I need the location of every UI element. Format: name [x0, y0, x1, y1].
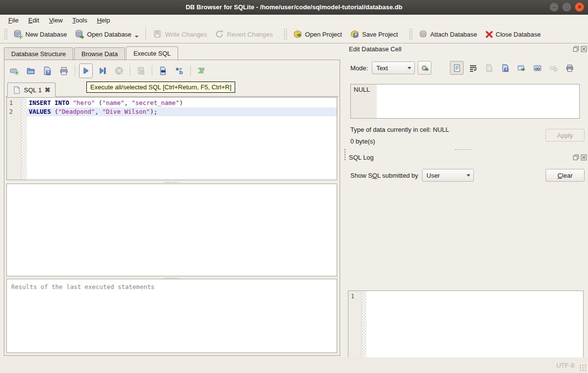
apply-button: Apply	[546, 129, 585, 142]
open-project-label: Open Project	[305, 31, 342, 38]
clear-log-button[interactable]: Clear	[546, 169, 585, 182]
database-attach-icon	[418, 29, 428, 39]
maximize-icon[interactable]: □	[562, 2, 571, 12]
menu-view[interactable]: View	[44, 16, 67, 25]
edit-cell-dock: Edit Database Cell Mode:	[347, 43, 588, 150]
toolbar-drag-handle[interactable]	[409, 28, 412, 40]
find-icon	[158, 66, 168, 76]
resize-grip-icon[interactable]	[579, 364, 586, 371]
line-number-gutter: 12	[7, 98, 21, 180]
menu-edit[interactable]: Edit	[24, 16, 43, 25]
format-sql-button[interactable]	[195, 63, 208, 78]
save-project-button[interactable]: Save Project	[346, 27, 402, 41]
apply-auto-button[interactable]	[418, 61, 431, 75]
print-cell-button[interactable]	[563, 61, 576, 75]
replace-button[interactable]: a b	[173, 63, 186, 78]
tab-database-structure[interactable]: Database Structure	[4, 47, 73, 60]
minimize-icon[interactable]: ‒	[549, 2, 559, 12]
open-external-button[interactable]	[514, 61, 528, 75]
float-panel-icon[interactable]	[573, 154, 579, 161]
print-icon	[59, 66, 69, 76]
execute-all-icon	[81, 66, 91, 76]
open-database-button[interactable]: Open Database	[71, 27, 142, 41]
open-project-button[interactable]: Open Project	[289, 27, 346, 41]
mode-label: Mode:	[350, 64, 368, 72]
toolbar-drag-handle[interactable]	[4, 28, 7, 40]
results-placeholder: Results of the last executed statements	[11, 283, 155, 290]
dock-splitter[interactable]	[454, 149, 471, 150]
tab-execute-sql[interactable]: Execute SQL	[126, 46, 178, 60]
mode-select[interactable]: Text	[372, 62, 415, 74]
close-panel-icon[interactable]	[581, 154, 587, 161]
new-database-button[interactable]: New Database	[9, 27, 71, 41]
sql-toolbar-separator	[190, 65, 191, 76]
export-cell-button[interactable]	[498, 61, 512, 75]
open-external-icon	[517, 64, 526, 72]
sql-log-dock: SQL Log Show SQL submitt	[347, 150, 588, 357]
attach-database-label: Attach Database	[430, 31, 477, 38]
menu-help[interactable]: Help	[93, 16, 115, 25]
close-database-button[interactable]: Close Database	[481, 28, 545, 41]
close-panel-icon[interactable]	[581, 46, 587, 52]
execute-all-button[interactable]	[79, 63, 93, 78]
open-database-menu-arrow[interactable]	[135, 36, 139, 38]
sql-editor[interactable]: 12 INSERT INTO "hero" ("name", "secret_n…	[6, 97, 337, 180]
close-database-label: Close Database	[496, 31, 541, 38]
text-mode-icon	[453, 64, 461, 72]
sql-tab-label: SQL 1	[24, 86, 41, 94]
left-pane: Database Structure Browse Data Execute S…	[0, 43, 343, 357]
svg-text:b: b	[179, 69, 183, 76]
toolbar-drag-handle[interactable]	[284, 28, 287, 40]
copy-link-button[interactable]	[530, 61, 544, 75]
open-sql-file-button[interactable]	[24, 63, 38, 78]
sql-toolbar-separator	[75, 65, 75, 76]
float-panel-icon[interactable]	[573, 46, 579, 52]
find-button[interactable]	[156, 63, 170, 78]
close-icon[interactable]: ✕	[575, 2, 584, 12]
open-database-label: Open Database	[87, 31, 131, 38]
fold-margin	[21, 98, 27, 180]
submitted-by-value: User	[426, 172, 440, 179]
execute-line-button[interactable]	[96, 63, 109, 78]
right-pane: Edit Database Cell Mode:	[347, 43, 588, 357]
sql-1-tab[interactable]: SQL 1 ✖	[7, 83, 56, 97]
new-sql-tab-button[interactable]	[7, 63, 21, 78]
titlebar[interactable]: DB Browser for SQLite - /home/user/code/…	[0, 0, 588, 15]
menu-tools[interactable]: Tools	[68, 16, 91, 25]
cell-value: NULL	[354, 86, 370, 93]
write-changes-button: Write Changes	[149, 27, 211, 41]
sql-code-lines[interactable]: INSERT INTO "hero" ("name", "secret_name…	[27, 98, 337, 180]
pending-statements-pane	[6, 184, 337, 276]
submitted-by-select[interactable]: User	[422, 169, 474, 182]
tab-browse-data[interactable]: Browse Data	[74, 47, 125, 60]
database-new-icon	[13, 29, 23, 39]
vertical-splitter[interactable]	[343, 43, 347, 357]
cell-editor-gutter: NULL	[351, 84, 377, 118]
cell-editor-area[interactable]	[377, 84, 579, 118]
revert-changes-label: Revert Changes	[227, 31, 273, 38]
execute-sql-panel: a b	[4, 60, 340, 356]
show-sql-label: Show SQL submitted by	[350, 172, 418, 179]
sql-toolbar-separator	[152, 65, 152, 76]
menubar: File Edit View Tools Help	[0, 15, 588, 25]
open-sql-file-icon	[26, 66, 36, 76]
text-mode-button[interactable]	[450, 61, 464, 75]
word-wrap-button[interactable]	[466, 61, 480, 75]
encoding-indicator: UTF-8	[556, 362, 574, 369]
attach-database-button[interactable]: Attach Database	[414, 27, 481, 41]
execute-tooltip: Execute all/selected SQL [Ctrl+Return, F…	[86, 82, 235, 93]
save-sql-file-icon	[42, 66, 52, 76]
database-close-icon	[485, 30, 493, 39]
print-icon	[566, 64, 574, 72]
export-icon	[501, 64, 509, 72]
close-tab-icon[interactable]: ✖	[44, 86, 50, 94]
sql-log-title: SQL Log	[349, 154, 374, 161]
import-icon	[485, 64, 493, 72]
print-sql-button[interactable]	[57, 63, 71, 78]
cell-editor[interactable]: NULL	[350, 84, 580, 119]
save-sql-file-button[interactable]	[41, 63, 54, 78]
main-toolbar: New Database Open Database Write Changes	[0, 25, 588, 43]
menu-file[interactable]: File	[4, 16, 23, 25]
window-controls: ‒ □ ✕	[549, 2, 584, 12]
save-results-icon	[136, 66, 146, 76]
